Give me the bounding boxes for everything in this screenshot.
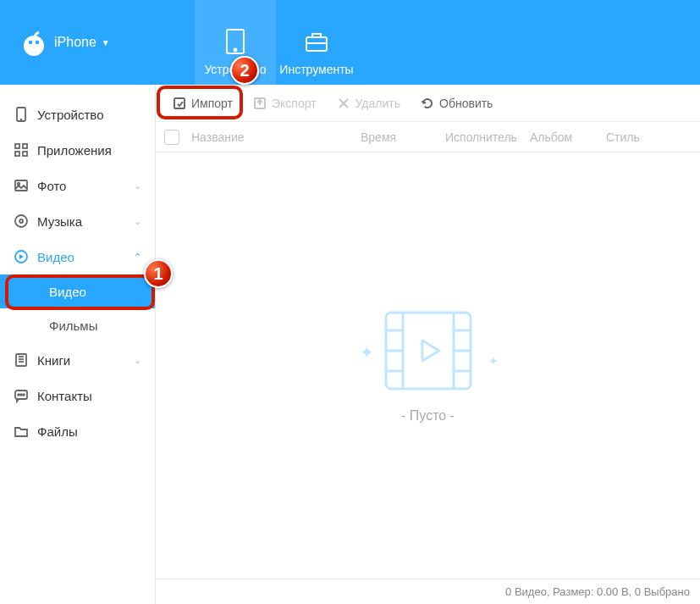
sidebar-item-video[interactable]: Видео ⌃ [0,239,155,274]
svg-rect-9 [15,144,19,148]
image-icon [14,178,29,193]
top-tabs: Устройство Инструменты [195,0,357,85]
toolbox-icon [302,27,331,56]
film-play-icon [382,308,475,393]
sparkle-icon: ✦ [488,354,499,368]
folder-icon [14,424,29,439]
phone-icon [14,107,29,122]
svg-point-16 [19,219,23,223]
sidebar-label: Книги [37,353,70,368]
sidebar-sub-label: Видео [49,285,86,299]
book-icon [14,352,29,368]
column-headers: Название Время Исполнитель Альбом Стиль [156,122,700,152]
export-icon [253,97,267,110]
delete-icon [337,97,350,110]
svg-point-4 [234,49,237,52]
empty-text: - Пусто - [401,408,455,424]
sidebar-sub-video[interactable]: Видео [0,274,155,308]
sidebar-label: Контакты [37,389,92,403]
sidebar-label: Музыка [37,214,82,229]
sidebar-sub-label: Фильмы [49,319,97,333]
grid-icon [14,142,29,158]
sidebar-label: Приложения [37,143,112,158]
svg-rect-10 [23,144,27,148]
toolbar: Импорт Экспорт Удалить Обновить [156,85,700,122]
step-badge-2: 2 [230,56,259,85]
main: Устройство Приложения Фото ⌄ Музыка ⌄ Ви… [0,85,700,604]
refresh-button[interactable]: Обновить [412,91,501,115]
sidebar-item-books[interactable]: Книги ⌄ [0,342,155,378]
sidebar-label: Видео [37,250,74,264]
svg-point-1 [29,41,33,45]
sidebar-item-contacts[interactable]: Контакты [0,378,155,413]
step-badge-1: 1 [144,259,173,288]
sidebar-item-files[interactable]: Файлы [0,413,155,449]
sidebar-sub-movies[interactable]: Фильмы [0,308,155,342]
col-name[interactable]: Название [191,130,361,144]
sidebar-label: Файлы [37,424,78,439]
sidebar: Устройство Приложения Фото ⌄ Музыка ⌄ Ви… [0,85,156,604]
col-album[interactable]: Альбом [530,130,606,144]
tablet-icon [221,27,250,56]
svg-point-2 [36,41,40,45]
chat-icon [14,388,29,403]
refresh-icon [421,97,434,110]
sidebar-label: Фото [37,179,66,193]
sidebar-item-music[interactable]: Музыка ⌄ [0,203,155,239]
sparkle-icon: ✦ [360,342,374,363]
col-artist[interactable]: Исполнитель [445,130,530,144]
status-text: 0 Видео, Размер: 0.00 B, 0 Выбрано [505,585,690,598]
svg-point-24 [20,394,22,396]
svg-point-0 [24,36,44,56]
header: iPhone ▼ Устройство Инструменты [0,0,700,85]
app-logo-icon [19,27,49,58]
tab-tools-label: Инструменты [279,63,353,76]
content: Импорт Экспорт Удалить Обновить Название… [156,85,700,604]
music-icon [14,213,29,229]
export-label: Экспорт [272,97,317,110]
sidebar-item-apps[interactable]: Приложения [0,132,155,168]
chevron-down-icon: ⌄ [134,216,141,227]
svg-point-25 [23,394,25,396]
chevron-up-icon: ⌃ [134,252,141,263]
sidebar-item-device[interactable]: Устройство [0,97,155,132]
import-label: Импорт [191,97,233,110]
import-button[interactable]: Импорт [164,91,241,115]
chevron-down-icon: ▼ [102,38,110,47]
chevron-down-icon: ⌄ [134,180,141,191]
col-style[interactable]: Стиль [606,130,657,144]
svg-point-23 [18,394,19,396]
select-all-checkbox[interactable] [164,130,179,145]
sidebar-label: Устройство [37,108,103,122]
empty-state: ✦ ✦ - Пусто - [156,152,700,579]
status-bar: 0 Видео, Размер: 0.00 B, 0 Выбрано [156,579,700,604]
device-selector[interactable]: iPhone ▼ [0,0,195,85]
col-time[interactable]: Время [361,130,445,144]
refresh-label: Обновить [439,97,493,110]
empty-illustration: ✦ ✦ [382,308,475,393]
play-circle-icon [14,249,29,264]
device-name: iPhone [54,35,96,50]
svg-rect-11 [15,152,19,156]
export-button: Экспорт [245,91,325,115]
svg-point-15 [15,215,27,227]
import-icon [173,97,186,110]
delete-button: Удалить [328,91,409,115]
tab-tools[interactable]: Инструменты [276,0,357,85]
sidebar-item-photos[interactable]: Фото ⌄ [0,168,155,203]
svg-rect-12 [23,152,27,156]
delete-label: Удалить [356,97,400,110]
chevron-down-icon: ⌄ [134,355,141,366]
